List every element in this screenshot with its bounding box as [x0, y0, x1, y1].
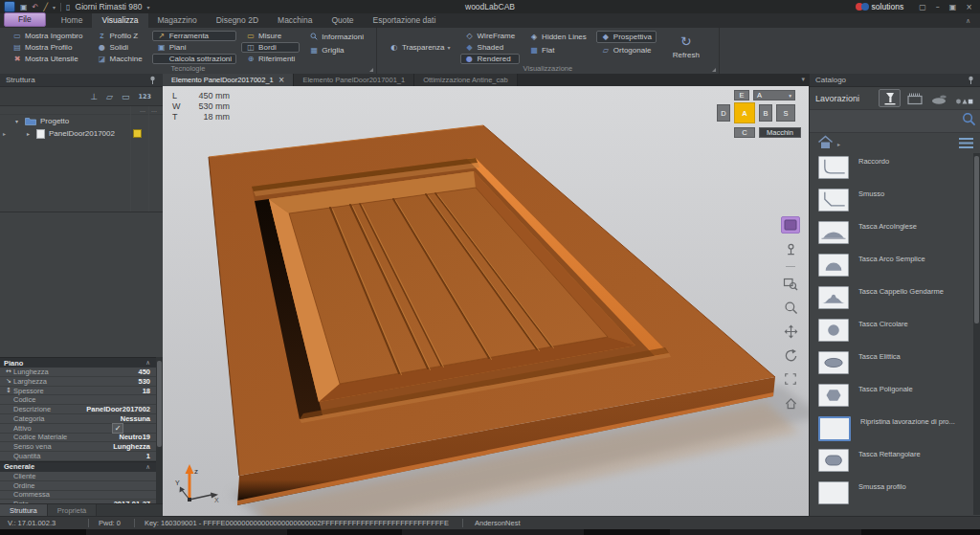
ribbon-tab-quote[interactable]: Quote	[322, 13, 363, 28]
layers-icon[interactable]: ▱	[106, 92, 113, 101]
property-row-ordine[interactable]: Ordine	[0, 481, 156, 491]
pan-icon[interactable]	[782, 323, 799, 339]
fit-icon[interactable]	[782, 371, 799, 387]
ribbon-button-flat[interactable]: ■Flat	[524, 44, 591, 56]
clamp-icon[interactable]: ⊥	[90, 92, 98, 101]
tab-close-icon[interactable]: ×	[278, 76, 285, 84]
property-value[interactable]: 530	[138, 377, 150, 386]
face-button-d[interactable]: D	[717, 104, 730, 122]
mill-icon[interactable]	[928, 89, 950, 107]
magnifier-icon[interactable]	[782, 300, 799, 315]
catalog-item-tasca-rettangolare[interactable]: Tasca Rettangolare	[810, 446, 972, 479]
ribbon-tab-disegno-2d[interactable]: Disegno 2D	[207, 13, 268, 28]
document-tab-elemento-paneldoor2017002-1[interactable]: Elemento PanelDoor2017002_1×	[163, 74, 294, 86]
face-button-e[interactable]: E	[734, 90, 749, 100]
catalog-item-tasca-arco-semplice[interactable]: Tasca Arco Semplice	[810, 251, 972, 283]
document-tab-elemento-paneldoor2017001-1[interactable]: Elemento PanelDoor2017001_1	[294, 74, 414, 86]
panel-door-3d-model[interactable]	[163, 86, 809, 517]
property-value[interactable]: 18	[143, 387, 150, 395]
ribbon-button-refresh[interactable]: ↻Refresh	[661, 31, 711, 63]
property-row-codice-materiale[interactable]: Codice MaterialeNeutro19	[0, 434, 156, 443]
rotate-icon[interactable]	[782, 347, 799, 363]
tree-item-progetto[interactable]: ▾ Progetto	[0, 115, 163, 127]
property-row-commessa[interactable]: Commessa	[0, 491, 156, 501]
section-header-generale[interactable]: Generale∧	[0, 461, 156, 472]
menu-icon[interactable]	[959, 135, 973, 152]
property-row-codice[interactable]: Codice	[0, 395, 156, 405]
catalog-item-tasca-elittica[interactable]: Tasca Elittica	[810, 348, 972, 381]
pen-tool-icon[interactable]: ╱	[43, 3, 48, 11]
ribbon-button-mostra-utensile[interactable]: ✖Mostra Utensile	[8, 54, 87, 64]
ribbon-button-calcola-sottrazioni[interactable]: Calcola sottrazioni	[152, 54, 236, 64]
ribbon-tab-macchina[interactable]: Macchina	[268, 13, 322, 28]
close-button[interactable]: ×	[966, 3, 972, 11]
maximize-button[interactable]: ▢	[919, 3, 926, 11]
document-tab-ottimizzazione-antine-cab[interactable]: Ottimizzazione Antine_cab	[414, 74, 517, 86]
ribbon-button-rendered[interactable]: ●Rendered	[460, 54, 521, 64]
ribbon-button-bordi[interactable]: ◫Bordi	[241, 42, 300, 53]
property-value[interactable]: Nessuna	[121, 414, 150, 423]
ribbon-button-riferimenti[interactable]: ⊕Riferimenti	[241, 54, 300, 64]
ribbon-button-informazioni[interactable]: Informazioni	[304, 31, 368, 43]
property-row-senso-vena[interactable]: Senso venaLunghezza	[0, 442, 156, 452]
ribbon-tab-magazzino[interactable]: Magazzino	[148, 13, 207, 28]
ribbon-button-ortogonale[interactable]: ▱Ortogonale	[596, 44, 657, 56]
catalog-item-tasca-poligonale[interactable]: Tasca Poligonale	[810, 381, 972, 413]
property-value[interactable]: 1	[146, 452, 150, 460]
ribbon-button-prospettiva[interactable]: ◆Prospettiva	[596, 31, 657, 43]
tab-strip-caret-icon[interactable]: ▾	[801, 76, 805, 83]
scrollbar-thumb[interactable]	[974, 156, 979, 323]
property-row-larghezza[interactable]: ↘Larghezza530	[0, 377, 156, 387]
cutter-icon[interactable]	[879, 89, 901, 107]
expander-icon[interactable]: ▾	[15, 118, 21, 124]
section-header-piano[interactable]: Piano∧	[0, 357, 156, 368]
property-row-quantit[interactable]: Quantità1	[0, 452, 156, 461]
pen-tool-caret-icon[interactable]: ▾	[53, 4, 56, 11]
catalog-item-tasca-circolare[interactable]: Tasca Circolare	[810, 316, 972, 348]
property-row-spessore[interactable]: ↕Spessore18	[0, 387, 156, 396]
property-row-categoria[interactable]: CategoriaNessuna	[0, 414, 156, 424]
ribbon-button-profilo-z[interactable]: zProfilo Z	[92, 31, 146, 41]
properties-scrollbar[interactable]	[156, 357, 163, 504]
catalog-item-smusso[interactable]: Smusso	[810, 186, 972, 218]
catalog-item-smussa-profilo[interactable]: Smussa profilo	[810, 479, 972, 511]
ribbon-tab-file[interactable]: File	[4, 12, 46, 27]
catalog-item-tasca-cappello-gendarme[interactable]: Tasca Cappello Gendarme	[810, 283, 972, 316]
face-button-c[interactable]: C	[734, 127, 755, 138]
property-row-cliente[interactable]: Cliente	[0, 472, 156, 481]
face-button-b[interactable]: B	[759, 104, 772, 122]
numbers-icon[interactable]: 123	[138, 92, 151, 101]
pin-icon[interactable]	[148, 76, 157, 85]
ribbon-button-solidi[interactable]: ●Solidi	[92, 42, 146, 53]
search-icon[interactable]	[962, 112, 976, 130]
catalog-item-ripristina-lavorazione-di-pro[interactable]: Ripristina lavorazione di pro...	[810, 413, 972, 446]
board-icon[interactable]: ▭	[122, 92, 130, 101]
pin-icon[interactable]	[782, 242, 799, 257]
face-button-s[interactable]: S	[776, 104, 795, 122]
catalog-scrollbar[interactable]	[973, 153, 980, 515]
property-row-lunghezza[interactable]: ↔Lunghezza450	[0, 368, 156, 377]
ribbon-button-trasparenza[interactable]: ◐Trasparenza▾	[385, 41, 456, 54]
ribbon-button-wireframe[interactable]: ◇WireFrame	[460, 31, 521, 41]
viewport-canvas[interactable]: L450 mmW530 mmT18 mm EA▾DABSCMacchin z Y…	[163, 86, 809, 517]
app-icon[interactable]	[4, 1, 15, 12]
attivo-checkbox[interactable]: ✓	[112, 423, 123, 434]
face-button-a-active[interactable]: A	[734, 102, 755, 123]
ribbon-button-hidden-lines[interactable]: ◈Hidden Lines	[524, 31, 591, 43]
face-button-a[interactable]: A▾	[753, 90, 795, 100]
tree-item-paneldoor[interactable]: ▸ ▸ PanelDoor2017002	[0, 127, 163, 140]
zoom-window-icon[interactable]	[782, 276, 799, 291]
shaded-swatch-icon[interactable]	[781, 216, 800, 234]
row-expander-icon[interactable]: ▸	[3, 130, 6, 137]
property-value[interactable]: Neutro19	[119, 433, 150, 441]
ribbon-tab-home[interactable]: Home	[52, 13, 93, 28]
collapse-icon[interactable]: ∧	[145, 359, 150, 367]
pin-icon[interactable]	[967, 76, 975, 85]
home-icon[interactable]	[782, 395, 799, 411]
minimize-button[interactable]: –	[936, 3, 940, 11]
property-row-attivo[interactable]: Attivo✓	[0, 424, 156, 434]
catalog-item-raccordo[interactable]: Raccordo	[810, 153, 972, 186]
collapse-icon[interactable]: ∧	[145, 463, 150, 471]
ribbon-tab-visualizza[interactable]: Visualizza	[92, 13, 147, 28]
ribbon-collapse-icon[interactable]: ∧	[966, 17, 970, 25]
